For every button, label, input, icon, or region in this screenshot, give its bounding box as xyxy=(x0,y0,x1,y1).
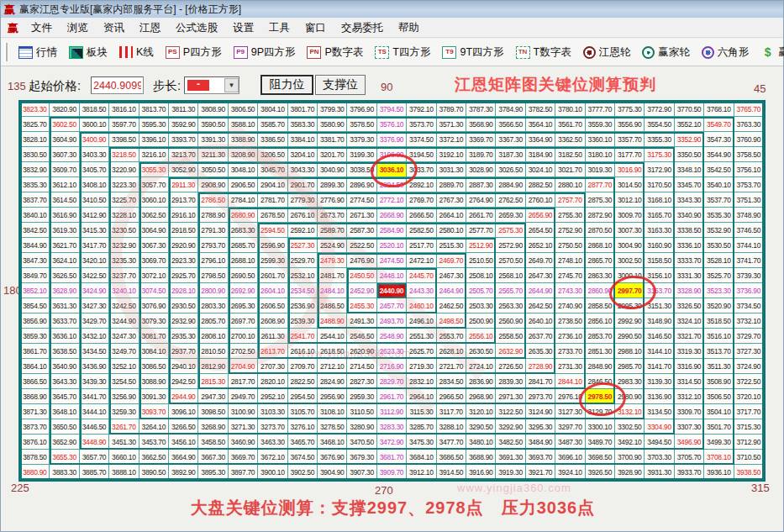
grid-cell: 3583.30 xyxy=(288,117,318,132)
grid-cell: 3878.50 xyxy=(20,450,50,465)
toolbar-item-9P四方形[interactable]: P99P四方形 xyxy=(228,41,302,63)
grid-cell: 3256.90 xyxy=(109,389,139,404)
grid-cell: 3542.50 xyxy=(704,162,734,177)
toolbar-item-赢家服务[interactable]: $赢家服务 xyxy=(755,41,784,63)
grid-cell: 3132.10 xyxy=(615,404,645,419)
toolbar-item-P数字表[interactable]: PNP数字表 xyxy=(301,41,369,63)
grid-cell: 3801.70 xyxy=(288,102,318,117)
grid-cell: 3208.90 xyxy=(229,147,258,162)
toolbar-item-label: T数字表 xyxy=(534,45,571,60)
support-button[interactable]: 支撑位 xyxy=(315,75,366,95)
toolbar-item-T四方形[interactable]: TST四方形 xyxy=(369,41,436,63)
price-square: 3823.303820.903818.503816.103813.703811.… xyxy=(18,100,766,482)
grid-cell: 3612.10 xyxy=(50,177,79,192)
grid-cell: 3410.50 xyxy=(80,192,109,208)
grid-cell: 2829.70 xyxy=(377,374,407,389)
grid-cell: 2536.90 xyxy=(288,298,318,313)
grid-cell: 3676.90 xyxy=(318,450,347,465)
grid-cell: 3264.10 xyxy=(139,419,169,435)
grid-cell: 3050.50 xyxy=(198,162,228,177)
grid-cell: 2764.90 xyxy=(466,192,496,208)
grid-cell: 3686.50 xyxy=(437,450,466,465)
grid-cell: 3103.30 xyxy=(258,404,287,419)
start-price-input[interactable] xyxy=(91,76,144,94)
grid-cell: 3494.50 xyxy=(645,435,674,450)
grid-cell: 3669.70 xyxy=(229,450,258,465)
grid-cell: 3554.50 xyxy=(645,117,674,132)
grid-cell: 3192.10 xyxy=(437,147,466,162)
grid-cell: 3345.70 xyxy=(675,177,704,192)
menu-item-窗口[interactable]: 窗口 xyxy=(297,19,334,37)
grid-cell: 2623.30 xyxy=(377,344,407,359)
toolbar-item-赢家轮[interactable]: 赢家轮 xyxy=(636,41,696,63)
toolbar-item-label: 赢家服务 xyxy=(778,45,784,60)
toolbar-item-板块[interactable]: 板块 xyxy=(63,41,113,63)
menu-item-工具[interactable]: 工具 xyxy=(261,19,297,37)
menu-item-交易委托[interactable]: 交易委托 xyxy=(334,19,391,37)
grid-cell: 2652.10 xyxy=(526,238,555,253)
toolbar-item-P四方形[interactable]: PSP四方形 xyxy=(160,41,228,63)
grid-cell: 3830.50 xyxy=(20,147,50,162)
toolbar-item-江恩轮[interactable]: 江恩轮 xyxy=(577,41,637,63)
grid-cell: 3468.10 xyxy=(318,435,347,450)
resistance-button[interactable]: 阻力位 xyxy=(260,75,313,95)
menu-item-帮助[interactable]: 帮助 xyxy=(391,19,427,37)
grid-cell: 3024.10 xyxy=(526,162,555,177)
toolbar-item-K线[interactable]: K线 xyxy=(113,41,160,63)
grid-cell: 2976.10 xyxy=(555,389,585,404)
grid-cell: 3849.70 xyxy=(20,268,50,283)
toolbar-item-行情[interactable]: 行情 xyxy=(13,41,63,63)
toolbar-item-T数字表[interactable]: TNT数字表 xyxy=(510,41,577,63)
grid-cell: 3456.10 xyxy=(169,435,198,450)
grid-cell: 3086.50 xyxy=(139,359,169,374)
grid-cell: 3340.90 xyxy=(675,208,704,223)
menu-item-文件[interactable]: 文件 xyxy=(24,19,60,37)
grid-cell: 2745.70 xyxy=(555,268,585,283)
grid-cell: 3782.50 xyxy=(526,102,555,117)
toolbar-item-label: 赢家轮 xyxy=(658,45,690,60)
grid-cell: 2532.10 xyxy=(288,268,318,283)
grid-cell: 3895.30 xyxy=(198,465,228,480)
grid-cell: 3825.70 xyxy=(20,117,50,132)
menu-item-公式选股[interactable]: 公式选股 xyxy=(168,19,225,37)
grid-cell: 3357.70 xyxy=(615,132,645,147)
grid-cell: 3328.90 xyxy=(675,283,704,298)
menu-item-资讯[interactable]: 资讯 xyxy=(96,19,132,37)
grid-cell: 2791.30 xyxy=(198,223,228,238)
menu-item-设置[interactable]: 设置 xyxy=(225,19,261,37)
grid-cell: 2565.70 xyxy=(496,283,525,298)
step-dropdown[interactable]: - ▼ xyxy=(184,76,239,94)
grid-cell: 3398.50 xyxy=(109,132,139,147)
grid-cell: 2767.30 xyxy=(437,192,466,208)
grid-cell: 2551.30 xyxy=(407,329,436,344)
grid-cell: 3645.70 xyxy=(50,389,79,404)
toolbar-item-9T四方形[interactable]: T99T四方形 xyxy=(436,41,509,63)
grid-cell: 3408.10 xyxy=(80,177,109,192)
grid-cell: 3597.70 xyxy=(109,117,139,132)
grid-cell: 3453.70 xyxy=(139,435,169,450)
grid-cell: 2548.90 xyxy=(377,329,407,344)
grid-cell: 3475.30 xyxy=(407,435,436,450)
grid-cell: 2894.50 xyxy=(377,177,407,192)
chevron-down-icon[interactable]: ▼ xyxy=(224,78,239,92)
grid-cell: 2668.90 xyxy=(377,208,407,223)
grid-cell: 3110.50 xyxy=(347,404,376,419)
menu-item-浏览[interactable]: 浏览 xyxy=(60,19,96,37)
grid-cell: 3751.30 xyxy=(734,192,764,208)
grid-cell: 2961.70 xyxy=(377,389,407,404)
grid-cell: 2815.30 xyxy=(198,374,228,389)
grid-cell: 2757.70 xyxy=(555,192,585,208)
toolbar-grip-icon xyxy=(4,43,8,61)
grid-cell: 3139.30 xyxy=(645,374,674,389)
grid-cell: 3000.10 xyxy=(615,268,645,283)
grid-cell: 3818.50 xyxy=(80,102,109,117)
grid-cell: 3463.30 xyxy=(258,435,287,450)
grid-cell: 3489.70 xyxy=(586,435,615,450)
grid-cell: 3235.30 xyxy=(109,253,139,268)
grid-cell: 2524.90 xyxy=(318,238,347,253)
menu-item-江恩[interactable]: 江恩 xyxy=(132,19,168,37)
grid-cell: 3096.10 xyxy=(169,404,198,419)
grid-cell: 3364.90 xyxy=(526,132,555,147)
grid-cell: 3820.90 xyxy=(50,102,79,117)
toolbar-item-六角形[interactable]: 六角形 xyxy=(696,41,755,63)
